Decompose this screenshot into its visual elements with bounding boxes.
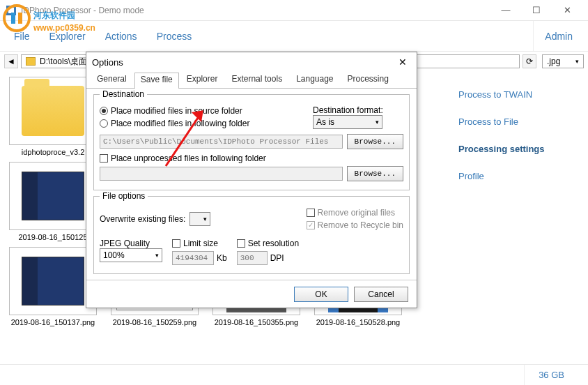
file-options-group: File options Overwrite existing files: R… (93, 196, 410, 274)
radio-following-label: Place modified files in following folder (111, 119, 249, 128)
refresh-button[interactable]: ⟳ (523, 54, 536, 68)
radio-following-folder[interactable] (100, 119, 108, 128)
radio-source-label: Place modified files in source folder (111, 106, 242, 116)
dialog-footer: OK Cancel (86, 280, 417, 308)
destination-legend: Destination (100, 89, 147, 99)
jpeg-quality-combo[interactable]: 100% (100, 248, 162, 262)
back-button[interactable]: ◄ (4, 54, 18, 68)
tab-explorer[interactable]: Explorer (180, 72, 224, 88)
extension-combo[interactable]: .jpg (542, 54, 584, 68)
path-text: D:\tools\桌面\ (40, 56, 89, 68)
tab-language[interactable]: Language (290, 72, 339, 88)
maximize-button[interactable]: ☐ (521, 1, 552, 20)
link-twain[interactable]: Process to TWAIN (458, 81, 575, 108)
recycle-bin-label: Remove to Recycle bin (318, 220, 403, 230)
unproc-path-field (100, 167, 343, 181)
destination-group: Destination Place modified files in sour… (93, 94, 410, 190)
dialog-tabs: General Save file Explorer External tool… (86, 72, 417, 89)
checkbox-limit-size[interactable] (172, 239, 180, 248)
checkbox-unprocessed-label: Place unprocessed files in following fol… (111, 153, 266, 163)
link-settings[interactable]: Processing settings (458, 135, 575, 163)
set-resolution-label: Set resolution (248, 239, 299, 248)
remove-original-label: Remove original files (318, 208, 395, 218)
options-dialog: Options ✕ General Save file Explorer Ext… (86, 52, 417, 308)
limit-size-field[interactable]: 4194304 (172, 251, 214, 265)
folder-icon (26, 57, 36, 66)
tab-save-file[interactable]: Save file (134, 73, 179, 89)
dialog-close-button[interactable]: ✕ (394, 54, 411, 70)
menu-file[interactable]: File (4, 21, 40, 51)
browse-button-1[interactable]: Browse... (347, 134, 403, 149)
overwrite-label: Overwrite existing files: (100, 214, 185, 224)
ok-button[interactable]: OK (294, 287, 348, 302)
free-space: 36 GB (524, 365, 578, 385)
close-button[interactable]: ✕ (552, 1, 582, 20)
tab-processing[interactable]: Processing (341, 72, 395, 88)
radio-source-folder[interactable] (100, 107, 108, 115)
dpi-field[interactable]: 300 (237, 251, 268, 265)
menu-admin[interactable]: Admin (533, 21, 584, 51)
titlebar: IDPhoto Processor - Demo mode — ☐ ✕ (0, 0, 588, 21)
checkbox-recycle-bin[interactable] (307, 221, 315, 229)
browse-button-2[interactable]: Browse... (347, 166, 403, 181)
limit-size-label: Limit size (183, 239, 218, 248)
folder-icon (22, 86, 84, 136)
file-options-legend: File options (100, 191, 148, 201)
app-icon (6, 5, 17, 16)
dest-format-label: Destination format: (313, 105, 403, 115)
dpi-label: DPI (270, 253, 284, 263)
dest-path-field[interactable]: C:\Users\Public\Documents\IDPhoto Proces… (100, 135, 343, 149)
tab-general[interactable]: General (91, 72, 133, 88)
menu-process[interactable]: Process (147, 21, 202, 51)
menu-explorer[interactable]: Explorer (40, 21, 95, 51)
link-file[interactable]: Process to File (458, 108, 575, 135)
cancel-button[interactable]: Cancel (354, 287, 408, 302)
menubar: File Explorer Actions Process Admin (0, 21, 588, 52)
svg-rect-4 (8, 8, 14, 13)
overwrite-combo[interactable] (189, 212, 210, 226)
kb-label: Kb (217, 253, 227, 263)
dialog-title: Options (92, 57, 123, 68)
checkbox-remove-original[interactable] (307, 209, 315, 217)
window-title: IDPhoto Processor - Demo mode (21, 6, 144, 15)
status-bar: 36 GB (0, 364, 588, 385)
tab-external-tools[interactable]: External tools (225, 72, 288, 88)
menu-actions[interactable]: Actions (95, 21, 147, 51)
checkbox-unprocessed[interactable] (100, 154, 108, 163)
jpeg-quality-label: JPEG Quality (100, 239, 162, 248)
link-profile[interactable]: Profile (458, 163, 575, 190)
side-panel: Process to TWAIN Process to File Process… (446, 71, 588, 364)
dest-format-combo[interactable]: As is (313, 115, 382, 129)
checkbox-set-resolution[interactable] (237, 239, 245, 248)
minimize-button[interactable]: — (490, 1, 521, 20)
